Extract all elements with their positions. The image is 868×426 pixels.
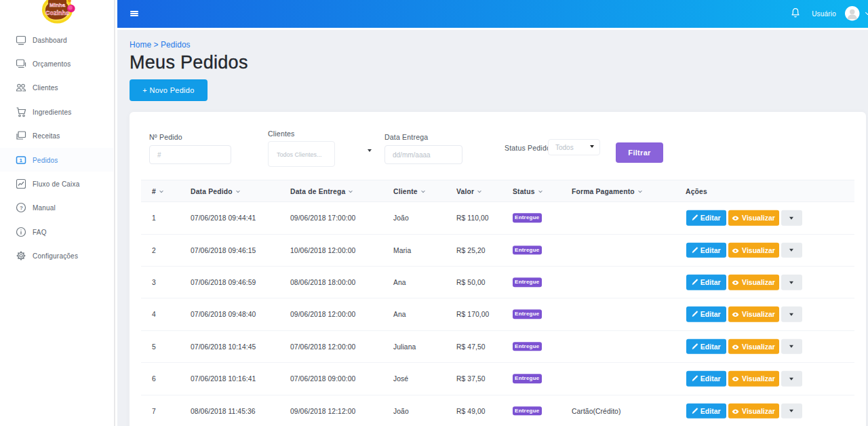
svg-text:Cozinha: Cozinha	[45, 9, 70, 16]
svg-text:?: ?	[20, 205, 23, 211]
svg-text:1: 1	[20, 157, 23, 163]
svg-text:Minha: Minha	[50, 2, 66, 8]
